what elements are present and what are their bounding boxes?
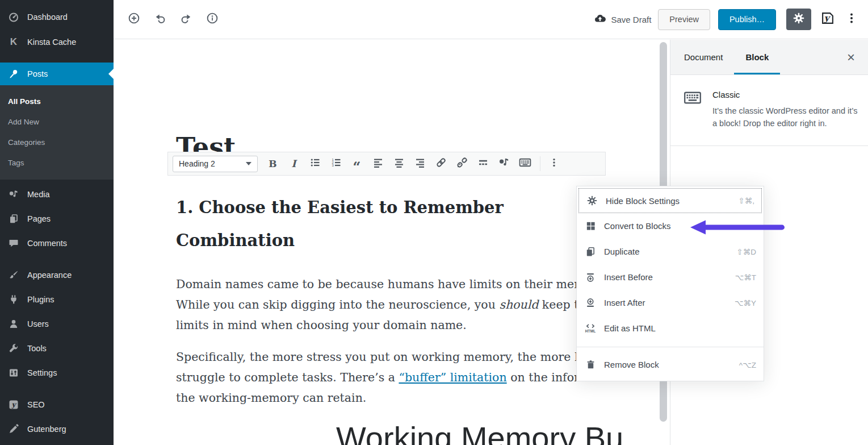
header-tools-left xyxy=(124,9,223,30)
sidebar-item-label: Comments xyxy=(27,239,67,248)
menu-item-label: Duplicate xyxy=(604,247,640,256)
align-right-button[interactable] xyxy=(409,153,430,174)
bulleted-list-button[interactable] xyxy=(304,153,325,174)
classic-block-toolbar: Heading 2 B I 123 “ xyxy=(167,152,606,176)
sidebar-item-label: Users xyxy=(27,319,49,328)
paragraph-style-select[interactable]: Heading 2 xyxy=(173,156,258,172)
shortcut-label: ⌥⌘T xyxy=(735,273,756,282)
preview-button[interactable]: Preview xyxy=(658,9,710,30)
sidebar-item-posts[interactable]: Posts xyxy=(0,63,114,85)
tab-document[interactable]: Document xyxy=(673,40,734,74)
block-inserter-button[interactable] xyxy=(124,9,144,30)
add-media-button[interactable] xyxy=(493,153,514,174)
html-icon: HTML xyxy=(584,322,597,335)
kinsta-icon: K xyxy=(7,36,20,48)
undo-button[interactable] xyxy=(150,9,170,30)
content-structure-button[interactable] xyxy=(202,9,223,30)
user-icon xyxy=(7,318,20,330)
sidebar-item-settings[interactable]: Settings xyxy=(0,360,114,385)
shortcut-label: ⌥⌘Y xyxy=(735,298,756,307)
yoast-icon: y xyxy=(820,11,835,28)
post-heading-block[interactable]: 1. Choose the Easiest to Remember Combin… xyxy=(176,191,504,257)
current-menu-arrow xyxy=(108,69,114,79)
bulleted-list-icon xyxy=(309,157,321,170)
more-tag-icon xyxy=(477,157,489,170)
quote-icon: “ xyxy=(353,164,361,170)
svg-text:HTML: HTML xyxy=(585,329,596,333)
insert-more-tag-button[interactable] xyxy=(472,153,493,174)
sidebar-item-users[interactable]: Users xyxy=(0,311,114,336)
sidebar-item-dashboard[interactable]: Dashboard xyxy=(0,5,114,30)
menu-item-insert-after[interactable]: Insert After ⌥⌘Y xyxy=(577,290,764,315)
menu-item-duplicate[interactable]: Duplicate ⇧⌘D xyxy=(577,239,764,264)
sidebar-item-gutenberg[interactable]: Gutenberg xyxy=(0,417,114,441)
tab-block[interactable]: Block xyxy=(734,40,780,74)
media-icon xyxy=(7,188,20,201)
numbered-list-icon: 123 xyxy=(330,157,342,170)
wrench-icon xyxy=(7,342,20,355)
menu-item-label: Edit as HTML xyxy=(604,323,656,333)
add-media-icon xyxy=(498,156,510,171)
paragraph-block-2[interactable]: Specifically, the more stress you put on… xyxy=(176,347,621,408)
align-left-button[interactable] xyxy=(367,153,388,174)
block-options-button[interactable] xyxy=(543,153,564,174)
menu-item-insert-before[interactable]: Insert Before ⌥⌘T xyxy=(577,264,764,290)
sidebar-item-pages[interactable]: Pages xyxy=(0,206,114,231)
gear-icon xyxy=(792,12,805,27)
publish-button[interactable]: Publish… xyxy=(718,9,776,30)
insert-after-icon xyxy=(584,297,597,309)
blockquote-button[interactable]: “ xyxy=(346,153,367,174)
align-center-icon xyxy=(393,157,405,170)
undo-icon xyxy=(154,12,166,27)
sidebar-item-label: Media xyxy=(27,190,50,199)
italic-button[interactable]: I xyxy=(283,153,304,174)
info-icon xyxy=(206,12,219,27)
menu-item-label: Hide Block Settings xyxy=(606,196,680,206)
submenu-item-add-new[interactable]: Add New xyxy=(0,111,114,132)
remove-link-button[interactable] xyxy=(451,153,472,174)
bold-button[interactable]: B xyxy=(262,153,283,174)
paragraph-block-1[interactable]: Domain names came to be because humans h… xyxy=(176,274,606,335)
dashboard-icon xyxy=(7,11,20,23)
sidebar-item-seo[interactable]: y SEO xyxy=(0,392,114,417)
menu-item-hide-block-settings[interactable]: Hide Block Settings ⇧⌘, xyxy=(578,188,762,213)
align-center-button[interactable] xyxy=(388,153,409,174)
save-draft-button[interactable]: Save Draft xyxy=(594,13,651,27)
sidebar-item-label: Gutenberg xyxy=(27,425,66,434)
settings-toggle-button[interactable] xyxy=(786,9,811,30)
keyboard-shortcuts-button[interactable] xyxy=(514,153,535,174)
menu-item-remove-block[interactable]: Remove Block ^⌥Z xyxy=(577,352,764,377)
post-image-cropped[interactable]: Working Memory Bu xyxy=(336,419,623,445)
buffer-limitation-link[interactable]: “buffer” limitation xyxy=(399,371,506,384)
sidebar-item-plugins[interactable]: Plugins xyxy=(0,287,114,311)
sidebar-item-kinsta-cache[interactable]: K Kinsta Cache xyxy=(0,30,114,55)
insert-link-button[interactable] xyxy=(430,153,451,174)
emphasized-text: should xyxy=(499,298,538,311)
submenu-item-categories[interactable]: Categories xyxy=(0,132,114,152)
sidebar-item-appearance[interactable]: Appearance xyxy=(0,263,114,287)
cloud-upload-icon xyxy=(594,13,606,27)
keyboard-icon xyxy=(518,156,532,172)
keyboard-icon xyxy=(684,91,701,130)
admin-sidebar: Dashboard K Kinsta Cache Posts All Posts… xyxy=(0,0,114,445)
more-tools-button[interactable] xyxy=(844,10,859,29)
sidebar-item-label: Appearance xyxy=(27,271,72,280)
redo-button[interactable] xyxy=(176,9,196,30)
submenu-item-all-posts[interactable]: All Posts xyxy=(0,91,114,111)
menu-item-edit-as-html[interactable]: HTML Edit as HTML xyxy=(577,315,764,341)
sidebar-item-label: Posts xyxy=(27,69,48,78)
wordpress-editor-window: Dashboard K Kinsta Cache Posts All Posts… xyxy=(0,0,868,445)
submenu-item-tags[interactable]: Tags xyxy=(0,152,114,173)
sidebar-item-label: Kinsta Cache xyxy=(27,38,76,47)
yoast-seo-button[interactable]: y xyxy=(818,10,837,29)
sidebar-item-label: Settings xyxy=(27,368,57,377)
pages-icon xyxy=(7,213,20,225)
close-settings-button[interactable]: × xyxy=(841,40,861,75)
numbered-list-button[interactable]: 123 xyxy=(325,153,346,174)
sidebar-item-media[interactable]: Media xyxy=(0,182,114,206)
sidebar-item-tools[interactable]: Tools xyxy=(0,336,114,360)
posts-submenu: All Posts Add New Categories Tags xyxy=(0,85,114,180)
sidebar-item-comments[interactable]: Comments xyxy=(0,231,114,255)
sidebar-item-label: Pages xyxy=(27,214,51,223)
pin-icon xyxy=(7,68,20,80)
